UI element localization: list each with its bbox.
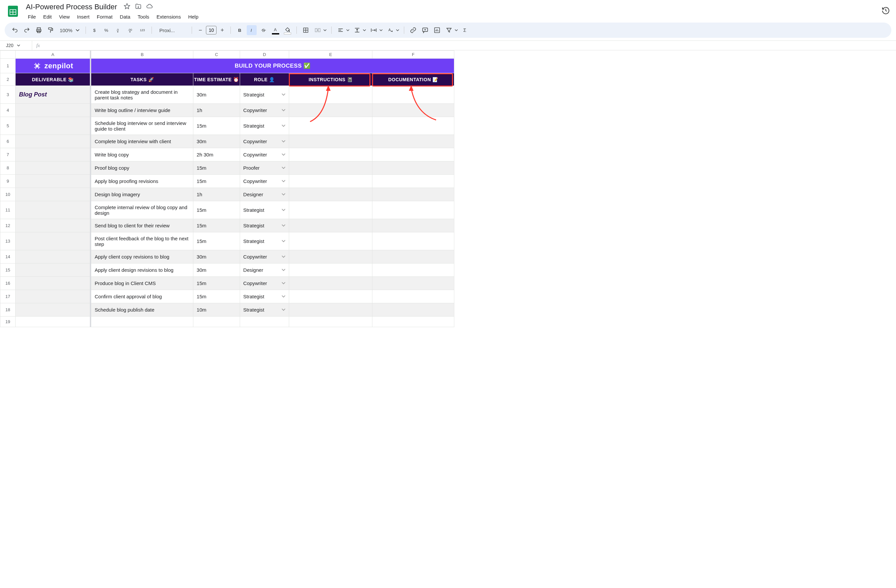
cell-F10[interactable] bbox=[372, 188, 454, 201]
chevron-down-icon[interactable] bbox=[282, 223, 285, 228]
history-icon[interactable] bbox=[881, 6, 890, 16]
cell-B16[interactable]: Produce blog in Client CMS bbox=[90, 277, 193, 290]
merge-button[interactable] bbox=[313, 25, 323, 35]
cell-F18[interactable] bbox=[372, 303, 454, 316]
header-cell-F[interactable]: DOCUMENTATION 📝 bbox=[372, 73, 454, 86]
cell-E14[interactable] bbox=[289, 250, 372, 263]
cell-C5[interactable]: 15m bbox=[194, 117, 240, 135]
select-all-corner[interactable] bbox=[0, 51, 15, 59]
row-header-11[interactable]: 11 bbox=[0, 201, 15, 219]
cell-B8[interactable]: Proof blog copy bbox=[90, 161, 193, 175]
star-icon[interactable] bbox=[124, 3, 130, 11]
cell-banner-title[interactable]: BUILD YOUR PROCESS ✅ bbox=[90, 59, 454, 73]
cell-D11[interactable]: Strategist bbox=[240, 201, 289, 219]
cell-D3[interactable]: Strategist bbox=[240, 86, 289, 104]
row-header-5[interactable]: 5 bbox=[0, 117, 15, 135]
chevron-down-icon[interactable] bbox=[362, 29, 367, 32]
cell-E11[interactable] bbox=[289, 201, 372, 219]
redo-button[interactable] bbox=[22, 25, 32, 35]
cell-B9[interactable]: Apply blog proofing revisions bbox=[90, 175, 193, 188]
wrap-button[interactable] bbox=[369, 25, 379, 35]
percent-button[interactable]: % bbox=[102, 25, 112, 35]
cell-D16[interactable]: Copywriter bbox=[240, 277, 289, 290]
functions-button[interactable]: Σ bbox=[460, 25, 471, 35]
cell-A11[interactable] bbox=[15, 201, 91, 219]
col-header-D[interactable]: D bbox=[240, 51, 289, 59]
col-header-C[interactable]: C bbox=[194, 51, 240, 59]
col-header-A[interactable]: A bbox=[15, 51, 91, 59]
cell-B5[interactable]: Schedule blog interview or send intervie… bbox=[90, 117, 193, 135]
cell-A17[interactable] bbox=[15, 290, 91, 303]
cell-F6[interactable] bbox=[372, 135, 454, 148]
cell-B15[interactable]: Apply client design revisions to blog bbox=[90, 263, 193, 277]
cell-F9[interactable] bbox=[372, 175, 454, 188]
chevron-down-icon[interactable] bbox=[323, 29, 327, 32]
row-header-6[interactable]: 6 bbox=[0, 135, 15, 148]
col-header-B[interactable]: B bbox=[90, 51, 193, 59]
cell-D10[interactable]: Designer bbox=[240, 188, 289, 201]
row-header-2[interactable]: 2 bbox=[0, 73, 15, 86]
cell-F14[interactable] bbox=[372, 250, 454, 263]
cell-D13[interactable]: Strategist bbox=[240, 232, 289, 250]
comment-button[interactable] bbox=[420, 25, 430, 35]
row-header-14[interactable]: 14 bbox=[0, 250, 15, 263]
cell-C9[interactable]: 15m bbox=[194, 175, 240, 188]
undo-button[interactable] bbox=[10, 25, 20, 35]
cell-B6[interactable]: Complete blog interview with client bbox=[90, 135, 193, 148]
cell-B4[interactable]: Write blog outline / interview guide bbox=[90, 104, 193, 117]
cell-A12[interactable] bbox=[15, 219, 91, 232]
chart-button[interactable] bbox=[432, 25, 442, 35]
formula-input[interactable] bbox=[44, 41, 896, 50]
cell-A16[interactable] bbox=[15, 277, 91, 290]
chevron-down-icon[interactable] bbox=[282, 152, 285, 158]
sheets-logo[interactable] bbox=[6, 2, 20, 21]
cell-C13[interactable]: 15m bbox=[194, 232, 240, 250]
cell-B18[interactable]: Schedule blog publish date bbox=[90, 303, 193, 316]
chevron-down-icon[interactable] bbox=[346, 29, 350, 32]
increase-font-button[interactable]: + bbox=[218, 26, 227, 35]
cell-E8[interactable] bbox=[289, 161, 372, 175]
italic-button[interactable]: I bbox=[247, 25, 257, 35]
link-button[interactable] bbox=[408, 25, 418, 35]
cell-C6[interactable]: 30m bbox=[194, 135, 240, 148]
header-cell-C[interactable]: TIME ESTIMATE ⏰ bbox=[194, 73, 240, 86]
cell-A18[interactable] bbox=[15, 303, 91, 316]
cell-C14[interactable]: 30m bbox=[194, 250, 240, 263]
cell-A1[interactable]: zenpilot bbox=[15, 59, 91, 73]
decrease-decimal-button[interactable]: .0 bbox=[114, 25, 124, 35]
move-icon[interactable] bbox=[135, 3, 142, 11]
cell-F13[interactable] bbox=[372, 232, 454, 250]
cell-A3[interactable]: Blog Post bbox=[15, 86, 91, 104]
cell-C17[interactable]: 15m bbox=[194, 290, 240, 303]
row-header-13[interactable]: 13 bbox=[0, 232, 15, 250]
cell-B11[interactable]: Complete internal review of blog copy an… bbox=[90, 201, 193, 219]
bold-button[interactable]: B bbox=[235, 25, 245, 35]
header-cell-E[interactable]: INSTRUCTIONS 📓 bbox=[289, 73, 372, 86]
chevron-down-icon[interactable] bbox=[282, 294, 285, 299]
col-header-F[interactable]: F bbox=[372, 51, 454, 59]
cell-A7[interactable] bbox=[15, 148, 91, 161]
currency-button[interactable]: $ bbox=[90, 25, 100, 35]
cell-D18[interactable]: Strategist bbox=[240, 303, 289, 316]
chevron-down-icon[interactable] bbox=[395, 29, 400, 32]
cell-A15[interactable] bbox=[15, 263, 91, 277]
cell-E13[interactable] bbox=[289, 232, 372, 250]
row-header-12[interactable]: 12 bbox=[0, 219, 15, 232]
cell-B14[interactable]: Apply client copy revisions to blog bbox=[90, 250, 193, 263]
cell-D17[interactable]: Strategist bbox=[240, 290, 289, 303]
rotate-text-button[interactable]: A bbox=[386, 25, 395, 35]
cell-F11[interactable] bbox=[372, 201, 454, 219]
chevron-down-icon[interactable] bbox=[282, 267, 285, 273]
cell-E19[interactable] bbox=[289, 316, 372, 327]
row-header-18[interactable]: 18 bbox=[0, 303, 15, 316]
row-header-9[interactable]: 9 bbox=[0, 175, 15, 188]
chevron-down-icon[interactable] bbox=[282, 123, 285, 129]
chevron-down-icon[interactable] bbox=[282, 165, 285, 171]
cell-A14[interactable] bbox=[15, 250, 91, 263]
row-header-3[interactable]: 3 bbox=[0, 86, 15, 104]
text-color-button[interactable]: A bbox=[271, 25, 280, 35]
chevron-down-icon[interactable] bbox=[282, 238, 285, 244]
chevron-down-icon[interactable] bbox=[282, 207, 285, 213]
cell-B3[interactable]: Create blog strategy and document in par… bbox=[90, 86, 193, 104]
cell-E10[interactable] bbox=[289, 188, 372, 201]
